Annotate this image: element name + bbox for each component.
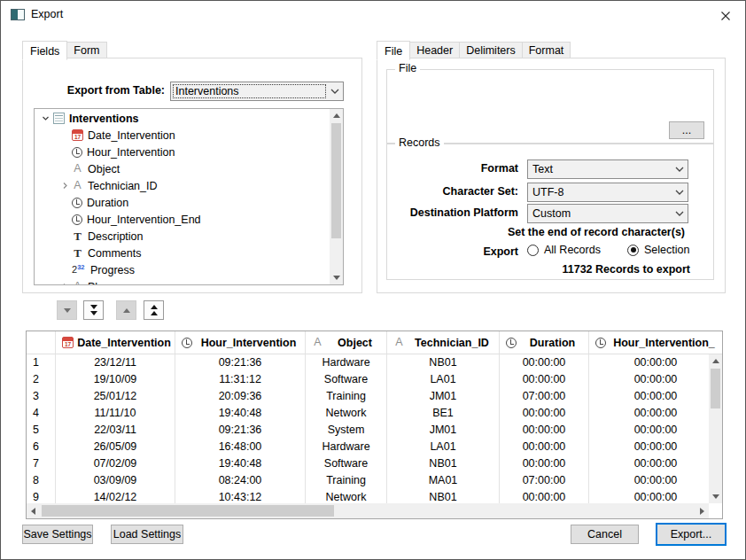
tree-item-duration[interactable]: Duration xyxy=(35,194,330,211)
tree-item-label: Place xyxy=(88,281,115,286)
move-all-up-button[interactable] xyxy=(144,300,164,320)
column-header-object[interactable]: AObject xyxy=(306,331,387,354)
scroll-up-icon[interactable] xyxy=(709,354,722,368)
tab-fields[interactable]: Fields xyxy=(22,41,67,60)
column-header-hour_intervention_[interactable]: Hour_Intervention_ xyxy=(589,331,722,354)
move-down-button[interactable] xyxy=(57,300,77,320)
table-cell: 16:48:00 xyxy=(175,439,306,455)
table-row[interactable]: 914/02/1210:43:12NetworkNB0100:00:0000:0… xyxy=(27,489,722,503)
column-header-hour_intervention[interactable]: Hour_Intervention xyxy=(175,331,306,354)
table-cell: 00:00:00 xyxy=(589,489,722,503)
format-combobox[interactable]: Text xyxy=(527,159,688,179)
table-select-combobox[interactable]: Interventions xyxy=(170,82,344,101)
text-icon: T xyxy=(72,247,83,259)
tree-item-hour_intervention_end[interactable]: Hour_Intervention_End xyxy=(35,211,330,228)
load-settings-button[interactable]: Load Settings xyxy=(111,525,183,544)
tree-scrollbar[interactable] xyxy=(330,109,343,284)
table-row[interactable]: 626/05/0916:48:00HardwareLA0100:00:0000:… xyxy=(27,439,722,455)
tab-format[interactable]: Format xyxy=(522,42,571,58)
close-button[interactable] xyxy=(717,7,734,25)
titlebar: Export xyxy=(1,1,745,31)
chevron-right-icon[interactable] xyxy=(58,283,72,285)
export-button[interactable]: Export... xyxy=(656,523,727,546)
tree-item-progress[interactable]: 232Progress xyxy=(35,261,330,278)
column-header-label: Date_Intervention xyxy=(74,337,175,349)
records-count: 11732 Records to export xyxy=(562,263,690,276)
destination-platform-label: Destination Platform xyxy=(387,206,518,219)
tree-item-comments[interactable]: TComments xyxy=(35,245,330,261)
tab-header[interactable]: Header xyxy=(409,42,460,58)
chevron-down-icon[interactable] xyxy=(671,160,688,178)
tree-item-label: Comments xyxy=(88,247,141,260)
move-buttons-row xyxy=(26,300,164,320)
tab-delimiters[interactable]: Delimiters xyxy=(459,42,523,58)
tree-item-interventions[interactable]: Interventions xyxy=(35,110,330,127)
row-number-cell: 3 xyxy=(27,388,56,405)
window-title: Export xyxy=(31,8,63,20)
scroll-left-icon[interactable] xyxy=(27,504,40,517)
tab-file[interactable]: File xyxy=(377,41,410,60)
tree-item-label: Hour_Intervention xyxy=(87,146,175,159)
close-icon xyxy=(720,11,731,21)
column-header-label: Object xyxy=(323,337,386,349)
column-header-duration[interactable]: Duration xyxy=(500,331,589,354)
row-number-cell: 1 xyxy=(27,354,56,371)
table-cell: 19:40:48 xyxy=(175,405,306,422)
tree-item-date_intervention[interactable]: 17Date_Intervention xyxy=(35,127,330,144)
preview-horizontal-scrollbar[interactable] xyxy=(27,503,709,518)
table-cell: Training xyxy=(306,388,387,405)
save-settings-button[interactable]: Save Settings xyxy=(22,525,93,544)
all-records-radio[interactable]: All Records xyxy=(527,244,601,256)
destination-platform-combobox[interactable]: Custom xyxy=(527,204,688,223)
scroll-down-icon[interactable] xyxy=(709,490,722,503)
records-group: Records Format Text Character Set: UTF-8… xyxy=(386,144,714,280)
tree-scrollbar-thumb[interactable] xyxy=(331,123,341,238)
tree-item-label: Description xyxy=(88,230,144,243)
tree-item-hour_intervention[interactable]: Hour_Intervention xyxy=(35,144,330,160)
fields-panel: Export from Table: Interventions Interve… xyxy=(22,58,362,293)
scroll-right-icon[interactable] xyxy=(695,504,709,517)
chevron-down-icon[interactable] xyxy=(671,183,688,201)
table-row[interactable]: 325/01/1220:09:36TrainingJM0107:00:0000:… xyxy=(27,388,722,405)
cancel-button[interactable]: Cancel xyxy=(571,525,639,544)
alpha-icon: A xyxy=(393,337,405,348)
character-set-combobox[interactable]: UTF-8 xyxy=(527,183,688,202)
table-row[interactable]: 219/10/0911:31:12SoftwareLA0100:00:0000:… xyxy=(27,371,722,388)
move-all-down-button[interactable] xyxy=(83,300,104,320)
scroll-up-icon[interactable] xyxy=(330,109,343,122)
move-up-button[interactable] xyxy=(116,300,136,320)
export-scope-label: Export xyxy=(387,245,518,258)
preview-hscrollbar-thumb[interactable] xyxy=(42,505,334,517)
table-cell: Network xyxy=(306,405,387,422)
scroll-down-icon[interactable] xyxy=(330,271,343,284)
column-header-technician_id[interactable]: ATechnician_ID xyxy=(387,331,500,354)
table-row[interactable]: 123/12/1109:21:36HardwareNB0100:00:0000:… xyxy=(27,354,722,371)
tree-item-technician_id[interactable]: ATechnician_ID xyxy=(35,177,330,194)
table-cell: NB01 xyxy=(387,354,500,371)
tree-item-place[interactable]: APlace xyxy=(35,278,330,285)
tab-form[interactable]: Form xyxy=(66,42,106,58)
chevron-expanded-icon[interactable] xyxy=(39,114,52,122)
tree-item-description[interactable]: TDescription xyxy=(35,228,330,245)
preview-vscrollbar-thumb[interactable] xyxy=(711,369,720,408)
table-row[interactable]: 707/02/0919:40:48SoftwareNB0100:00:0000:… xyxy=(27,455,722,472)
chevron-down-icon[interactable] xyxy=(671,205,688,222)
table-cell: 25/01/12 xyxy=(56,388,175,405)
tree-item-object[interactable]: AObject xyxy=(35,160,330,177)
browse-button[interactable]: ... xyxy=(669,121,704,139)
time-icon xyxy=(72,198,82,208)
table-row[interactable]: 522/03/1109:21:36SystemJM0100:00:0000:00… xyxy=(27,422,722,439)
preview-vertical-scrollbar[interactable] xyxy=(709,354,722,503)
column-header-date_intervention[interactable]: 17Date_Intervention xyxy=(56,331,175,354)
selection-radio[interactable]: Selection xyxy=(627,244,689,256)
table-cell: 11/11/10 xyxy=(56,405,175,422)
table-cell: 00:00:00 xyxy=(589,388,722,405)
chevron-down-icon[interactable] xyxy=(326,82,343,100)
table-row[interactable]: 803/09/0908:24:00TrainingMA0107:00:0000:… xyxy=(27,472,722,489)
destination-platform-value: Custom xyxy=(532,207,668,220)
table-row[interactable]: 411/11/1019:40:48NetworkBE100:00:0000:00… xyxy=(27,405,722,422)
chevron-right-icon[interactable] xyxy=(58,182,72,190)
export-window-icon xyxy=(11,9,25,20)
radio-unchecked-icon xyxy=(527,245,539,256)
tree-item-label: Object xyxy=(88,163,120,175)
